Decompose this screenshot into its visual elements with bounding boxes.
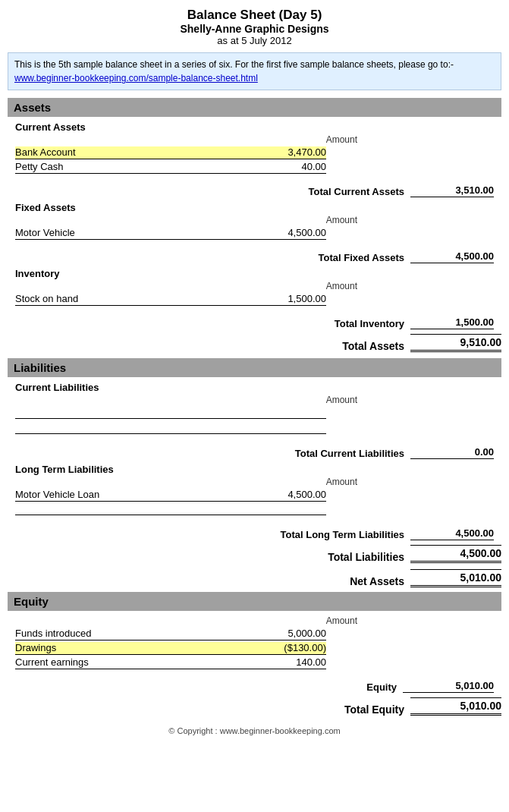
equity-section-header: Equity [8, 592, 501, 611]
motor-vehicle-loan-label: Motor Vehicle Loan [15, 489, 243, 502]
current-liabilities-amount-header: Amount [15, 395, 494, 405]
total-current-assets-amount: 3,510.00 [410, 184, 494, 197]
total-equity-row: Total Equity 5,010.00 [8, 697, 501, 716]
current-assets-subsection: Current Assets Amount Bank Account 3,470… [8, 121, 501, 197]
petty-cash-label: Petty Cash [15, 161, 243, 174]
report-date: as at 5 July 2012 [8, 35, 501, 46]
footer-text: © Copyright : www.beginner-bookkeeping.c… [168, 726, 340, 735]
page-title: Balance Sheet (Day 5) [8, 8, 501, 23]
drawings-amount: ($130.00) [243, 642, 326, 655]
current-liabilities-subsection: Current Liabilities Amount Total Current… [8, 382, 501, 459]
info-link[interactable]: www.beginner-bookkeeping.com/sample-bala… [14, 73, 258, 83]
line-item-bank-account: Bank Account 3,470.00 [15, 146, 494, 159]
total-assets-label: Total Assets [342, 340, 404, 352]
total-long-term-liabilities-amount: 4,500.00 [410, 527, 494, 540]
total-inventory-amount: 1,500.00 [410, 316, 494, 329]
empty-line-3 [15, 503, 494, 515]
liabilities-section-header: Liabilities [8, 358, 501, 377]
equity-subtotal-label: Equity [366, 681, 397, 693]
fixed-assets-amount-header: Amount [15, 215, 494, 225]
current-liabilities-title: Current Liabilities [15, 382, 494, 393]
total-assets-row: Total Assets 9,510.00 [8, 334, 501, 352]
inventory-subsection: Inventory Amount Stock on hand 1,500.00 … [8, 268, 501, 329]
inventory-title: Inventory [15, 268, 494, 279]
line-item-drawings: Drawings ($130.00) [15, 642, 494, 655]
empty-line-2 [15, 422, 494, 434]
net-assets-amount: 5,010.00 [410, 569, 501, 587]
total-current-liabilities-amount: 0.00 [410, 446, 494, 459]
current-assets-title: Current Assets [15, 121, 494, 133]
total-assets-amount: 9,510.00 [410, 334, 501, 352]
line-item-petty-cash: Petty Cash 40.00 [15, 161, 494, 174]
equity-amount-header: Amount [15, 615, 494, 626]
footer: © Copyright : www.beginner-bookkeeping.c… [8, 726, 501, 735]
info-text: This is the 5th sample balance sheet in … [14, 59, 454, 70]
total-current-assets-row: Total Current Assets 3,510.00 [15, 184, 494, 197]
line-item-funds-introduced: Funds introduced 5,000.00 [15, 628, 494, 640]
total-inventory-label: Total Inventory [335, 318, 404, 329]
petty-cash-amount: 40.00 [243, 161, 326, 174]
assets-section-header: Assets [8, 98, 501, 117]
total-equity-label: Total Equity [344, 703, 404, 716]
total-fixed-assets-row: Total Fixed Assets 4,500.00 [15, 250, 494, 263]
net-assets-row: Net Assets 5,010.00 [8, 569, 501, 587]
total-current-assets-label: Total Current Assets [309, 186, 404, 197]
equity-subtotal-amount: 5,010.00 [403, 680, 494, 693]
total-current-liabilities-row: Total Current Liabilities 0.00 [15, 446, 494, 459]
total-inventory-row: Total Inventory 1,500.00 [15, 316, 494, 329]
line-item-stock-on-hand: Stock on hand 1,500.00 [15, 293, 494, 306]
stock-on-hand-label: Stock on hand [15, 293, 243, 306]
bank-account-label: Bank Account [15, 146, 243, 159]
total-long-term-liabilities-row: Total Long Term Liabilities 4,500.00 [15, 527, 494, 540]
total-fixed-assets-label: Total Fixed Assets [319, 252, 404, 263]
long-term-liabilities-title: Long Term Liabilities [15, 464, 494, 475]
long-term-liabilities-subsection: Long Term Liabilities Amount Motor Vehic… [8, 464, 501, 540]
line-item-motor-vehicle: Motor Vehicle 4,500.00 [15, 227, 494, 240]
stock-on-hand-amount: 1,500.00 [243, 293, 326, 306]
net-assets-label: Net Assets [350, 575, 404, 587]
info-box: This is the 5th sample balance sheet in … [8, 52, 501, 90]
line-item-motor-vehicle-loan: Motor Vehicle Loan 4,500.00 [15, 489, 494, 502]
equity-subsection: Amount Funds introduced 5,000.00 Drawing… [8, 615, 501, 693]
empty-line-1 [15, 407, 494, 419]
bank-account-amount: 3,470.00 [243, 146, 326, 159]
line-item-current-earnings: Current earnings 140.00 [15, 656, 494, 669]
funds-introduced-label: Funds introduced [15, 628, 243, 640]
company-name: Shelly-Anne Graphic Designs [8, 23, 501, 35]
page-header: Balance Sheet (Day 5) Shelly-Anne Graphi… [8, 8, 501, 46]
current-assets-amount-header: Amount [15, 134, 494, 145]
total-current-liabilities-label: Total Current Liabilities [295, 448, 404, 459]
inventory-amount-header: Amount [15, 281, 494, 291]
total-long-term-liabilities-label: Total Long Term Liabilities [281, 529, 404, 540]
motor-vehicle-amount: 4,500.00 [243, 227, 326, 240]
funds-introduced-amount: 5,000.00 [243, 628, 326, 640]
equity-subtotal-row: Equity 5,010.00 [15, 680, 494, 693]
total-liabilities-row: Total Liabilities 4,500.00 [8, 545, 501, 563]
total-equity-amount: 5,010.00 [410, 697, 501, 716]
fixed-assets-subsection: Fixed Assets Amount Motor Vehicle 4,500.… [8, 202, 501, 263]
total-fixed-assets-amount: 4,500.00 [410, 250, 494, 263]
total-liabilities-amount: 4,500.00 [410, 545, 501, 563]
total-liabilities-label: Total Liabilities [328, 551, 404, 563]
fixed-assets-title: Fixed Assets [15, 202, 494, 213]
current-earnings-label: Current earnings [15, 656, 243, 669]
motor-vehicle-loan-amount: 4,500.00 [243, 489, 326, 502]
current-earnings-amount: 140.00 [243, 656, 326, 669]
long-term-liabilities-amount-header: Amount [15, 477, 494, 487]
motor-vehicle-label: Motor Vehicle [15, 227, 243, 240]
drawings-label: Drawings [15, 642, 243, 655]
